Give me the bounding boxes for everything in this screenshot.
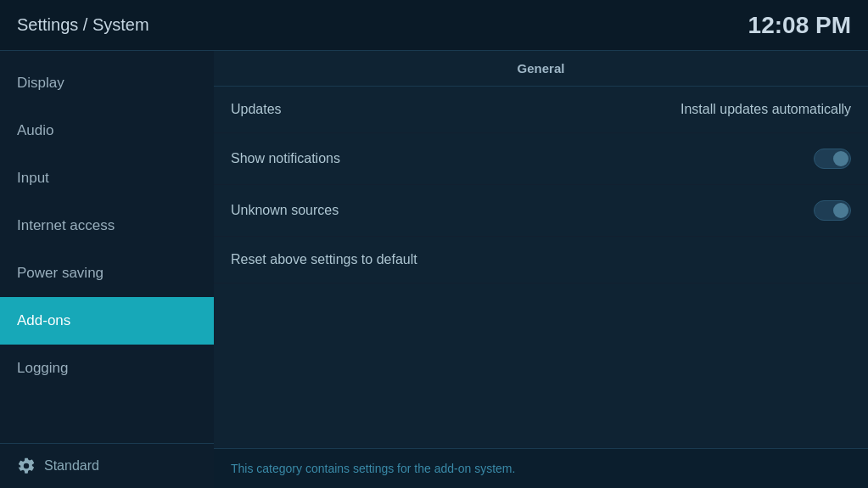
main-layout: DisplayAudioInputInternet accessPower sa… xyxy=(0,51,868,488)
row-label-unknown-sources: Unknown sources xyxy=(231,203,339,218)
toggle-unknown-sources[interactable] xyxy=(814,200,851,221)
app-header: Settings / System 12:08 PM xyxy=(0,0,868,51)
reset-label: Reset above settings to default xyxy=(231,252,417,267)
sidebar-item-power-saving[interactable]: Power saving xyxy=(0,250,214,297)
settings-row-unknown-sources[interactable]: Unknown sources xyxy=(214,185,868,237)
row-value-updates: Install updates automatically xyxy=(680,102,851,117)
sidebar-item-internet-access[interactable]: Internet access xyxy=(0,202,214,250)
settings-row-show-notifications[interactable]: Show notifications xyxy=(214,133,868,185)
section-general-header: General xyxy=(214,51,868,87)
sidebar-item-logging[interactable]: Logging xyxy=(0,345,214,392)
toggle-knob-show-notifications xyxy=(833,151,848,166)
content-footer: This category contains settings for the … xyxy=(214,448,868,488)
toggle-show-notifications[interactable] xyxy=(814,149,851,169)
settings-row-updates: UpdatesInstall updates automatically xyxy=(214,87,868,133)
sidebar: DisplayAudioInputInternet accessPower sa… xyxy=(0,51,214,488)
reset-row[interactable]: Reset above settings to default xyxy=(214,237,868,283)
row-label-show-notifications: Show notifications xyxy=(231,151,340,166)
page-title: Settings / System xyxy=(17,15,149,35)
sidebar-item-display[interactable]: Display xyxy=(0,59,214,107)
sidebar-bottom[interactable]: Standard xyxy=(0,443,214,488)
footer-note: This category contains settings for the … xyxy=(231,462,515,475)
content-area: General UpdatesInstall updates automatic… xyxy=(214,51,868,488)
sidebar-item-audio[interactable]: Audio xyxy=(0,107,214,154)
sidebar-item-add-ons[interactable]: Add-ons xyxy=(0,297,214,345)
settings-content: General UpdatesInstall updates automatic… xyxy=(214,51,868,448)
row-label-updates: Updates xyxy=(231,102,282,117)
sidebar-item-input[interactable]: Input xyxy=(0,154,214,202)
gear-icon xyxy=(17,457,36,475)
toggle-knob-unknown-sources xyxy=(833,203,848,218)
standard-label: Standard xyxy=(44,458,99,474)
clock: 12:08 PM xyxy=(748,12,851,39)
